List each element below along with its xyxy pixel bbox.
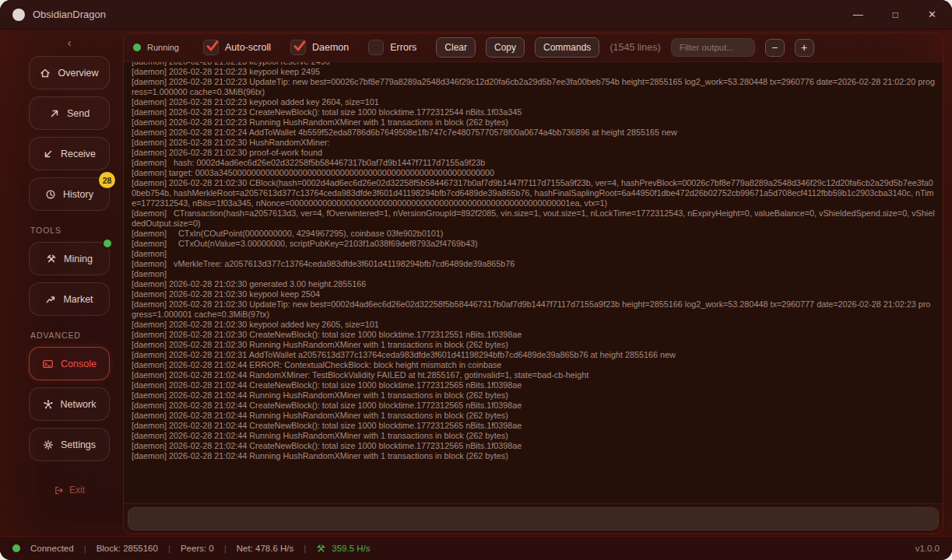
log-line: [daemon] 2026-02-28 21:02:30 keypool kee…: [132, 289, 935, 299]
mining-active-dot: [104, 240, 111, 247]
sidebar-item-overview[interactable]: Overview: [29, 56, 110, 89]
history-badge: 28: [99, 172, 115, 188]
command-input[interactable]: [128, 507, 939, 530]
peers-count: Peers: 0: [181, 544, 214, 553]
app-title: ObsidianDragon: [33, 9, 106, 20]
app-version: v1.0.0: [915, 544, 940, 553]
log-line: [daemon] 2026-02-28 21:02:30 generated 3…: [132, 279, 935, 289]
sidebar-item-label: Mining: [64, 254, 93, 264]
running-status-dot: [133, 44, 141, 51]
commands-button[interactable]: Commands: [535, 37, 599, 58]
console-panel: Running Auto-scroll Daemon Errors Clear …: [123, 33, 943, 534]
sidebar-item-label: Settings: [61, 439, 96, 450]
log-line: [daemon] 2026-02-28 21:02:23 keypool add…: [132, 97, 935, 107]
sidebar-item-label: Console: [61, 359, 97, 369]
sidebar-item-label: Network: [61, 399, 97, 410]
sidebar-section-tools: TOOLS: [30, 226, 61, 235]
log-line: [daemon] 2026-02-28 21:02:44 Running Hus…: [132, 431, 935, 441]
exit-label: Exit: [69, 485, 85, 495]
app-logo-icon: [12, 9, 25, 21]
exit-button[interactable]: Exit: [29, 484, 110, 496]
sidebar: ‹ Overview Send Receive History 28 TOOLS: [23, 34, 123, 496]
block-height: Block: 2855160: [97, 544, 158, 553]
sidebar-item-label: History: [63, 189, 93, 200]
log-line: [daemon] 2026-02-28 21:02:44 CreateNewBl…: [132, 441, 935, 451]
clock-icon: [45, 189, 56, 200]
log-line: [daemon] 2026-02-28 21:02:44 ERROR: Cont…: [132, 360, 935, 370]
log-line: [daemon] 2026-02-28 21:02:30 CreateNewBl…: [132, 330, 935, 340]
command-row: [124, 503, 943, 534]
pickaxe-icon: [316, 544, 326, 554]
sidebar-item-send[interactable]: Send: [29, 96, 110, 130]
maximize-icon[interactable]: □: [890, 9, 901, 21]
log-line: [daemon] 2026-02-28 21:02:24 AddToWallet…: [132, 128, 935, 138]
log-line: [daemon]: [132, 269, 935, 279]
window-controls: — □ ✕: [850, 8, 940, 21]
daemon-checkbox[interactable]: Daemon: [290, 40, 349, 55]
log-lines-container: [daemon] 2026-02-28 21:02:23 keypool res…: [132, 62, 935, 461]
sidebar-item-network[interactable]: Network: [29, 387, 110, 421]
lines-count: (1545 lines): [609, 42, 660, 53]
checkbox-box: [203, 40, 219, 55]
errors-label: Errors: [390, 42, 416, 53]
log-line: [daemon] CTxOut(nValue=3.00000000, scrip…: [132, 239, 935, 249]
log-line: [daemon] 2026-02-28 21:02:44 CreateNewBl…: [132, 401, 935, 411]
checkmark-icon: [292, 38, 307, 54]
autoscroll-checkbox[interactable]: Auto-scroll: [203, 40, 271, 55]
sidebar-item-label: Send: [67, 108, 90, 119]
log-output[interactable]: [daemon] 2026-02-28 21:02:23 keypool res…: [124, 62, 943, 503]
log-line: [daemon] 2026-02-28 21:02:30 UpdateTip: …: [132, 299, 935, 320]
sidebar-item-history[interactable]: History 28: [29, 177, 110, 211]
log-line: [daemon] 2026-02-28 21:02:31 AddToWallet…: [132, 350, 935, 360]
titlebar: ObsidianDragon — □ ✕: [0, 0, 952, 30]
log-line: [daemon] 2026-02-28 21:02:44 Running Hus…: [132, 390, 935, 401]
sidebar-item-label: Market: [63, 294, 93, 305]
log-line: [daemon]: [132, 249, 935, 259]
arrow-up-right-icon: [49, 108, 60, 119]
local-hashrate-group: 359.5 H/s: [316, 544, 370, 554]
errors-checkbox[interactable]: Errors: [368, 40, 416, 55]
sidebar-item-receive[interactable]: Receive: [29, 137, 110, 170]
arrow-down-left-icon: [43, 149, 54, 159]
copy-button[interactable]: Copy: [486, 37, 525, 58]
log-line: [daemon] 2026-02-28 21:02:23 UpdateTip: …: [132, 77, 935, 97]
autoscroll-label: Auto-scroll: [225, 42, 271, 53]
log-line: [daemon] vMerkleTree: a2057613d377c13764…: [132, 259, 935, 269]
sidebar-item-console[interactable]: Console: [29, 347, 110, 380]
statusbar: Connected | Block: 2855160 | Peers: 0 | …: [0, 536, 952, 560]
sidebar-collapse-icon[interactable]: ‹: [29, 36, 110, 50]
log-line: [daemon] 2026-02-28 21:02:44 CreateNewBl…: [132, 380, 935, 390]
trending-up-icon: [45, 294, 56, 305]
log-line: [daemon] 2026-02-28 21:02:30 Running Hus…: [132, 340, 935, 350]
mining-tools-icon: [46, 254, 57, 264]
sidebar-section-advanced: ADVANCED: [30, 331, 81, 340]
logout-icon: [54, 485, 64, 495]
log-line: [daemon] hash: 0002d4ad6ec6d26e02d32258f…: [132, 158, 935, 168]
sidebar-item-settings[interactable]: Settings: [29, 428, 110, 461]
sidebar-item-mining[interactable]: Mining: [29, 242, 110, 275]
log-line: [daemon] 2026-02-28 21:02:23 CreateNewBl…: [132, 107, 935, 117]
connection-status-dot: [12, 544, 20, 552]
sidebar-item-market[interactable]: Market: [29, 282, 110, 316]
statusbar-separator: |: [84, 544, 86, 553]
clear-button[interactable]: Clear: [436, 37, 476, 58]
terminal-icon: [42, 359, 54, 369]
font-increase-button[interactable]: +: [795, 39, 814, 57]
app-window: ObsidianDragon — □ ✕ ‹ Overview Send Rec…: [0, 0, 952, 560]
log-line: [daemon] 2026-02-28 21:02:44 CreateNewBl…: [132, 421, 935, 431]
minimize-icon[interactable]: —: [850, 8, 866, 21]
sidebar-item-label: Overview: [58, 68, 98, 79]
console-toolbar: Running Auto-scroll Daemon Errors Clear …: [124, 33, 943, 62]
font-decrease-button[interactable]: −: [765, 39, 785, 57]
network-nodes-icon: [43, 399, 54, 410]
filter-input[interactable]: [671, 38, 755, 57]
close-icon[interactable]: ✕: [925, 8, 940, 21]
connection-status: Connected: [30, 544, 74, 553]
statusbar-separator: |: [224, 544, 227, 553]
log-line: [daemon] 2026-02-28 21:02:30 keypool add…: [132, 320, 935, 330]
daemon-status: Running: [133, 43, 179, 52]
log-line: [daemon] CTxIn(COutPoint(0000000000, 429…: [132, 229, 935, 239]
log-line: [daemon] 2026-02-28 21:02:30 proof-of-wo…: [132, 148, 935, 158]
daemon-label: Daemon: [312, 42, 349, 53]
log-line: [daemon] 2026-02-28 21:02:30 HushRandomX…: [132, 138, 935, 148]
